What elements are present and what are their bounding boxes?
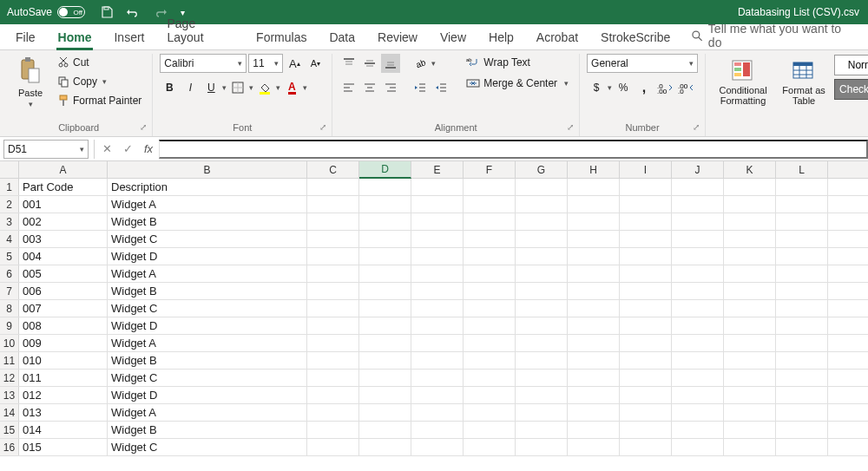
- cell[interactable]: [307, 265, 359, 282]
- cancel-formula-icon[interactable]: ✕: [96, 140, 117, 159]
- cell[interactable]: [568, 335, 620, 351]
- cell[interactable]: [307, 352, 359, 369]
- cell[interactable]: [464, 300, 516, 317]
- cell[interactable]: Widget A: [108, 196, 307, 213]
- cell[interactable]: [776, 317, 828, 334]
- cell[interactable]: [724, 231, 776, 247]
- cell[interactable]: [568, 439, 620, 455]
- cell[interactable]: [724, 248, 776, 265]
- cell[interactable]: 011: [19, 370, 108, 386]
- cell[interactable]: [776, 335, 828, 351]
- cell[interactable]: [516, 213, 568, 230]
- cell[interactable]: [307, 387, 359, 403]
- cell[interactable]: [516, 196, 568, 213]
- cell[interactable]: [464, 248, 516, 265]
- copy-button[interactable]: Copy▾: [54, 73, 145, 90]
- cell[interactable]: [620, 404, 672, 421]
- cell[interactable]: [724, 439, 776, 455]
- tab-review[interactable]: Review: [376, 27, 419, 49]
- cell[interactable]: [568, 422, 620, 438]
- cell[interactable]: [672, 387, 724, 403]
- cell[interactable]: [359, 231, 411, 247]
- cell[interactable]: [568, 213, 620, 230]
- format-painter-button[interactable]: Format Painter: [54, 92, 145, 109]
- cell[interactable]: [672, 231, 724, 247]
- cell[interactable]: [620, 387, 672, 403]
- cell[interactable]: [516, 265, 568, 282]
- increase-decimal-icon[interactable]: .0.00: [655, 78, 674, 97]
- cell[interactable]: [464, 265, 516, 282]
- cell[interactable]: [307, 213, 359, 230]
- cell[interactable]: [724, 265, 776, 282]
- cell[interactable]: [359, 317, 411, 334]
- cell[interactable]: Part Code: [19, 179, 108, 195]
- cell[interactable]: [776, 196, 828, 213]
- cell[interactable]: Description: [108, 179, 307, 195]
- column-header-J[interactable]: J: [672, 161, 724, 178]
- decrease-indent-icon[interactable]: [411, 78, 430, 97]
- cell[interactable]: [411, 335, 464, 351]
- cell[interactable]: 005: [19, 265, 108, 282]
- row-header[interactable]: 2: [0, 196, 19, 213]
- cell[interactable]: [359, 179, 411, 195]
- column-header-C[interactable]: C: [307, 161, 359, 178]
- cell[interactable]: [620, 370, 672, 386]
- style-normal[interactable]: Normal: [834, 55, 868, 75]
- cell[interactable]: [359, 300, 411, 317]
- formula-input[interactable]: [159, 140, 868, 159]
- cell[interactable]: [464, 213, 516, 230]
- cell[interactable]: [568, 300, 620, 317]
- cell[interactable]: [776, 439, 828, 455]
- tab-insert[interactable]: Insert: [112, 27, 146, 49]
- cell[interactable]: [516, 387, 568, 403]
- row-header[interactable]: 3: [0, 213, 19, 230]
- cell[interactable]: [516, 352, 568, 369]
- tab-file[interactable]: File: [14, 27, 37, 49]
- cell[interactable]: [464, 317, 516, 334]
- cell[interactable]: [307, 179, 359, 195]
- cell[interactable]: [307, 300, 359, 317]
- cell[interactable]: [672, 335, 724, 351]
- cell[interactable]: [724, 422, 776, 438]
- cell[interactable]: Widget D: [108, 317, 307, 334]
- cell[interactable]: [307, 422, 359, 438]
- cell[interactable]: [516, 283, 568, 299]
- column-header-I[interactable]: I: [620, 161, 672, 178]
- style-check-cell[interactable]: Check Cell: [834, 79, 868, 100]
- cell[interactable]: Widget A: [108, 335, 307, 351]
- cell[interactable]: [672, 370, 724, 386]
- align-top-icon[interactable]: [339, 54, 358, 73]
- row-header[interactable]: 11: [0, 352, 19, 369]
- decrease-font-icon[interactable]: A▾: [306, 54, 325, 73]
- cell[interactable]: [620, 231, 672, 247]
- cell[interactable]: [307, 439, 359, 455]
- cell[interactable]: [464, 387, 516, 403]
- orientation-icon[interactable]: ab: [411, 54, 430, 73]
- cell[interactable]: [516, 300, 568, 317]
- cell[interactable]: [464, 335, 516, 351]
- cell[interactable]: [724, 352, 776, 369]
- cell[interactable]: [516, 317, 568, 334]
- cell[interactable]: [464, 196, 516, 213]
- cell[interactable]: [411, 300, 464, 317]
- fill-color-button[interactable]: [255, 78, 274, 97]
- undo-icon[interactable]: [125, 6, 141, 18]
- row-header[interactable]: 1: [0, 179, 19, 195]
- column-header-B[interactable]: B: [108, 161, 307, 178]
- italic-button[interactable]: I: [181, 78, 200, 97]
- cell[interactable]: 007: [19, 300, 108, 317]
- cell[interactable]: [516, 179, 568, 195]
- cell[interactable]: 012: [19, 387, 108, 403]
- cell[interactable]: Widget D: [108, 387, 307, 403]
- cell[interactable]: [307, 317, 359, 334]
- conditional-formatting-button[interactable]: Conditional Formatting: [713, 54, 773, 111]
- align-center-icon[interactable]: [360, 78, 379, 97]
- increase-font-icon[interactable]: A▴: [285, 54, 304, 73]
- cell[interactable]: [672, 300, 724, 317]
- cell[interactable]: [411, 196, 464, 213]
- cell[interactable]: [411, 213, 464, 230]
- cell[interactable]: [672, 439, 724, 455]
- cell[interactable]: [359, 196, 411, 213]
- cell[interactable]: [359, 404, 411, 421]
- cell[interactable]: [620, 317, 672, 334]
